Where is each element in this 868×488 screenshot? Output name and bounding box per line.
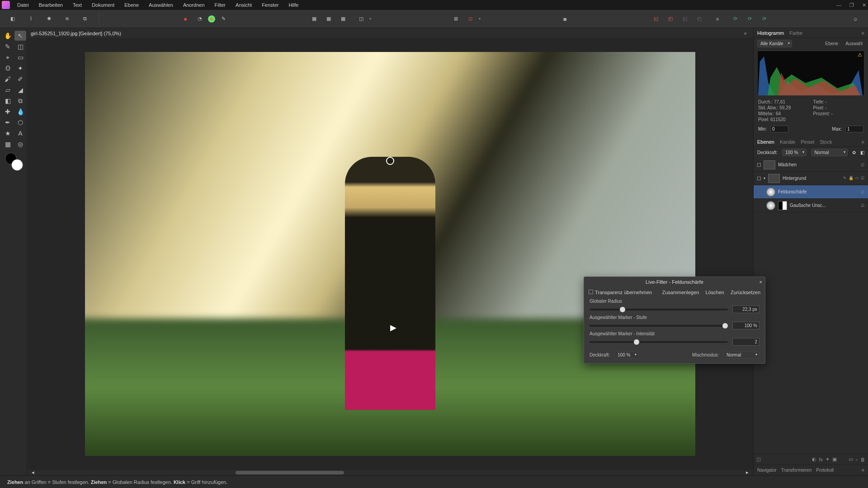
tab-histogram[interactable]: Histogramm: [757, 30, 784, 36]
clone-tool-icon[interactable]: ⧉: [14, 96, 26, 106]
edit-icon[interactable]: ✎: [843, 176, 847, 181]
arrange-back-icon[interactable]: ◱: [650, 13, 662, 25]
layer-fx-icon[interactable]: ◧: [860, 150, 864, 155]
layer-filter-icon[interactable]: ✦: [826, 456, 830, 462]
layer-delete-icon[interactable]: 🗑: [860, 457, 865, 462]
tb-color-wheel-icon[interactable]: [208, 15, 215, 23]
selection-button[interactable]: Auswahl: [844, 41, 864, 47]
layer-check-icon[interactable]: ☑: [861, 190, 864, 194]
layer-fx2-icon[interactable]: fx: [819, 457, 823, 462]
tb-brush-icon[interactable]: ◔: [193, 13, 206, 25]
close-icon[interactable]: ✕: [862, 2, 866, 8]
horizontal-scrollbar[interactable]: ◂ ▸: [27, 469, 753, 475]
level-button[interactable]: Ebene: [823, 41, 840, 47]
sync-1-icon[interactable]: ⟳: [729, 13, 742, 25]
order-icon[interactable]: ◫: [355, 13, 368, 25]
layer-row[interactable]: ▾ Hintergrund ✎🔒⬭☑: [754, 172, 868, 185]
marquee-tool-icon[interactable]: ▭: [14, 52, 26, 62]
text-tool-icon[interactable]: A: [14, 128, 26, 138]
dialog-header[interactable]: Live-Filter - Feldunschärfe ×: [584, 277, 765, 287]
align-left-icon[interactable]: ▦: [308, 13, 321, 25]
arrange-4-icon[interactable]: ◰: [693, 13, 706, 25]
menu-ansicht[interactable]: Ansicht: [234, 1, 254, 9]
sync-2-icon[interactable]: ⟳: [744, 13, 756, 25]
min-input[interactable]: [770, 126, 788, 132]
expand-icon[interactable]: ▾: [764, 176, 765, 180]
flood-tool-icon[interactable]: ✦: [14, 63, 26, 73]
dialog-blend-dropdown[interactable]: Normal: [723, 351, 760, 359]
blur-marker-icon[interactable]: [386, 157, 394, 165]
live-filter-dialog[interactable]: Live-Filter - Feldunschärfe × Transparen…: [584, 277, 765, 364]
align-center-icon[interactable]: ▦: [322, 13, 335, 25]
tb-picker-icon[interactable]: ✎: [217, 13, 230, 25]
layer-group-icon[interactable]: ▭: [849, 456, 853, 462]
tab-kanaele[interactable]: Kanäle: [780, 139, 795, 145]
zoom-tool-icon[interactable]: ◎: [14, 139, 26, 149]
link-icon[interactable]: ⬭: [855, 176, 859, 181]
snap-dd-icon[interactable]: ▾: [479, 17, 481, 21]
tab-ebenen[interactable]: Ebenen: [757, 139, 774, 145]
layer-mask2-icon[interactable]: ▣: [832, 456, 837, 462]
arrange-3-icon[interactable]: ◱: [679, 13, 691, 25]
blur-tool-icon[interactable]: 💧: [14, 107, 26, 117]
develop-persona-icon[interactable]: ✺: [42, 13, 55, 25]
menu-text[interactable]: Text: [71, 1, 84, 9]
transparency-checkbox[interactable]: [589, 290, 593, 294]
snap2-icon[interactable]: ⊡: [464, 13, 477, 25]
scroll-right-icon[interactable]: ▸: [746, 469, 749, 475]
menu-dokument[interactable]: Dokument: [90, 1, 116, 9]
heal-tool-icon[interactable]: ✚: [2, 107, 14, 117]
scroll-thumb[interactable]: [236, 471, 344, 474]
tone-map-persona-icon[interactable]: ≋: [61, 13, 73, 25]
node-tool-icon[interactable]: ⬡: [14, 117, 26, 127]
layer-check-icon[interactable]: ☑: [861, 176, 864, 181]
scroll-left-icon[interactable]: ◂: [32, 469, 34, 475]
layers-menu-icon[interactable]: ≡: [862, 139, 864, 145]
shape-tool-icon[interactable]: ★: [2, 128, 14, 138]
document-tab[interactable]: girl-535251_1920.jpg [Geändert] (75,0%): [31, 31, 121, 36]
layer-row[interactable]: Gaußsche Unsc... ☑: [754, 199, 868, 212]
layer-settings-icon[interactable]: ✿: [852, 150, 856, 155]
layer-row[interactable]: Feldunschärfe ☑: [754, 185, 868, 199]
eraser-tool-icon[interactable]: ◧: [2, 96, 14, 106]
merge-button[interactable]: Zusammenlegen: [662, 290, 699, 295]
brush-tool-icon[interactable]: 🖌: [2, 74, 14, 84]
arrange-front-icon[interactable]: ◰: [664, 13, 677, 25]
menu-fenster[interactable]: Fenster: [260, 1, 280, 9]
fill-tool-icon[interactable]: ▱: [2, 85, 14, 95]
hand-tool-icon[interactable]: ✋: [2, 31, 14, 41]
panel-menu-icon[interactable]: ≡: [862, 30, 864, 36]
close-tab-icon[interactable]: ×: [741, 31, 750, 36]
layer-row[interactable]: Mädchen ☑: [754, 158, 868, 172]
dialog-opacity-dropdown[interactable]: 100 %: [614, 351, 639, 359]
layer-check-icon[interactable]: ☑: [861, 203, 864, 208]
lasso-tool-icon[interactable]: ʘ: [2, 63, 14, 73]
menu-anordnen[interactable]: Anordnen: [181, 1, 207, 9]
tab-history[interactable]: Protokoll: [816, 468, 834, 473]
menu-auswaehlen[interactable]: Auswählen: [147, 1, 175, 9]
menu-bearbeiten[interactable]: Bearbeiten: [37, 1, 65, 9]
maximize-icon[interactable]: ❐: [849, 2, 854, 8]
layer-name[interactable]: Feldunschärfe: [778, 189, 858, 194]
minimize-icon[interactable]: —: [836, 2, 841, 8]
menu-filter[interactable]: Filter: [213, 1, 227, 9]
menu-ebene[interactable]: Ebene: [123, 1, 141, 9]
tab-transform[interactable]: Transformieren: [781, 468, 811, 473]
radius-slider[interactable]: [590, 309, 728, 310]
intensity-value[interactable]: 2: [732, 338, 760, 346]
level-slider[interactable]: [590, 325, 728, 327]
level-value[interactable]: 100 %: [732, 322, 760, 329]
align-right-icon[interactable]: ▦: [337, 13, 349, 25]
selection-brush-tool-icon[interactable]: ⌖: [2, 52, 14, 62]
export-persona-icon[interactable]: ⧉: [79, 13, 91, 25]
viewport[interactable]: ▶: [27, 39, 753, 469]
canvas[interactable]: ▶: [85, 52, 695, 456]
photo-persona-icon[interactable]: ◧: [6, 13, 19, 25]
menu-hilfe[interactable]: Hilfe: [287, 1, 300, 9]
pen-tool-icon[interactable]: ✒: [2, 117, 14, 127]
liquify-persona-icon[interactable]: ⌇: [24, 13, 37, 25]
pencil-tool-icon[interactable]: ✐: [14, 74, 26, 84]
max-input[interactable]: [845, 126, 863, 132]
layer-add-icon[interactable]: ▫: [856, 457, 858, 462]
layer-adj-icon[interactable]: ◐: [812, 456, 816, 462]
